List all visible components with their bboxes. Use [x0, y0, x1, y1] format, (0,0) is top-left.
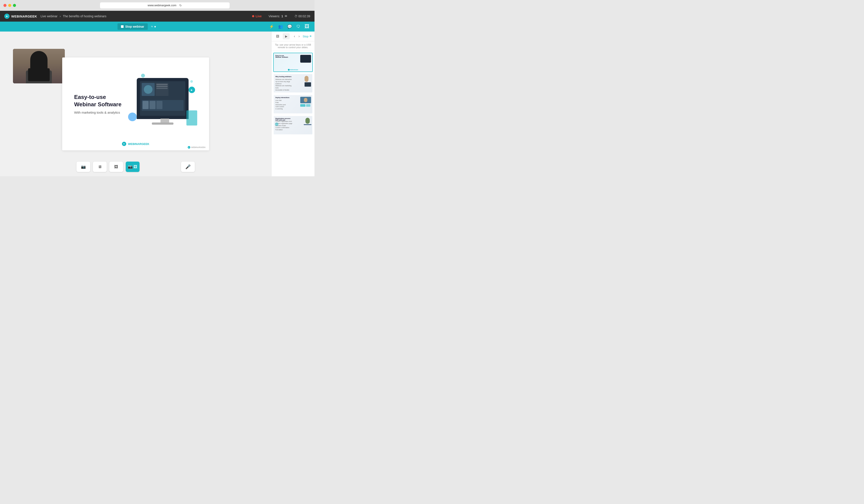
people-icon[interactable]: 👥 — [278, 24, 283, 29]
reload-icon[interactable]: ↻ — [179, 4, 182, 7]
address-bar[interactable]: www.webinargeek.com ↻ — [100, 2, 230, 9]
slide-thumb-img-3: Deploy interactions Live chatPollsIntera… — [274, 95, 312, 113]
mini-person-icon — [304, 76, 309, 82]
thumb-3-label: Deploy interactions — [275, 97, 289, 98]
slides-list: Easy-to-useWebinar Software WEBINARGEEK … — [272, 51, 314, 176]
flash-icon[interactable]: ⚡ — [269, 24, 274, 29]
top-nav: WEBINARGEEK Live webinar › The benefits … — [0, 11, 314, 22]
stop-webinar-button[interactable]: Stop webinar — [118, 23, 148, 30]
camera-2-icon: 📷 — [128, 164, 133, 169]
slide-thumb-3[interactable]: Deploy interactions Live chatPollsIntera… — [273, 95, 313, 114]
slide-thumb-2[interactable]: Why hosting webinars Webinars are intera… — [273, 74, 313, 93]
message-icon[interactable]: 🗨 — [296, 24, 300, 29]
live-text: Live — [255, 14, 262, 18]
thumb-4-deco — [275, 122, 278, 126]
thumb-1-label: Easy-to-useWebinar Software — [275, 55, 288, 58]
app-container: WEBINARGEEK Live webinar › The benefits … — [0, 11, 314, 176]
panel-prev-button[interactable]: ‹ — [293, 34, 296, 39]
thumb-2-label: Why hosting webinars — [275, 76, 291, 77]
live-badge: Live — [252, 14, 262, 18]
thumb-3-item1 — [300, 104, 305, 107]
thumb-3-items — [300, 104, 311, 107]
panel-tab-youtube[interactable]: ▶ — [283, 33, 290, 39]
camera-image-button[interactable]: 📷 🖼 — [126, 161, 140, 172]
logo-text: WEBINARGEEK — [11, 14, 37, 18]
monitor-base — [152, 122, 173, 125]
maximize-button[interactable] — [13, 4, 16, 7]
screen-icon: 🖥 — [98, 165, 102, 169]
mic-button[interactable]: 🎤 — [181, 161, 195, 172]
eye-icon: 👁 — [309, 35, 312, 38]
slide-secondary-logo: ▶ WEBINARGEEK — [188, 146, 206, 149]
deco-circle-3 — [128, 112, 137, 121]
breadcrumb-item1[interactable]: Live webinar — [40, 14, 58, 18]
viewers-number: 1 — [281, 14, 283, 18]
traffic-lights — [3, 4, 16, 7]
clock-icon: ⏱ — [295, 14, 298, 18]
toolbar-right-icons: ⚡ 👥 💬 🗨 — [269, 24, 300, 29]
viewers-count: Viewers: 1 👁 — [268, 14, 287, 18]
thumb-2-sublabel: Webinars are interactiveUp to know very … — [275, 79, 293, 91]
thumb-2-visual — [304, 76, 311, 87]
image-button[interactable]: 🖼 — [109, 161, 123, 172]
image-2-icon: 🖼 — [133, 165, 137, 169]
screen-share-button[interactable]: 🖥 — [93, 161, 107, 172]
slide-logo-icon: ▶ — [122, 142, 127, 146]
thumb-4-visual — [304, 118, 311, 133]
wifi-area[interactable]: ≈ ▾ — [151, 25, 156, 29]
wifi-dropdown-icon: ▾ — [154, 25, 156, 29]
slide-thumb-1[interactable]: Easy-to-useWebinar Software WEBINARGEEK — [273, 53, 313, 72]
thumb-3-item2 — [306, 104, 310, 107]
deco-circle-1 — [141, 74, 145, 77]
monitor-stand — [160, 119, 169, 123]
url-text: www.webinargeek.com — [148, 4, 177, 7]
main-area: Easy-to-use Webinar Software With market… — [0, 32, 314, 176]
play-icon: ▶ — [189, 87, 195, 93]
panel-nav: ‹ › — [293, 34, 301, 39]
slide-secondary-logo-icon: ▶ — [188, 146, 190, 149]
slide-logo-text: WEBINARGEEK — [128, 142, 149, 146]
slide-area: Easy-to-use Webinar Software With market… — [0, 32, 271, 176]
bottom-controls: 📷 🖥 🖼 📷 🖼 🎤 — [76, 161, 195, 172]
chat-icon[interactable]: 💬 — [287, 24, 292, 29]
panel-next-button[interactable]: › — [297, 34, 301, 39]
thumb-4-deco-circle — [275, 122, 278, 126]
camera-icon: 📷 — [81, 164, 86, 169]
image-panel-icon[interactable]: 🖼 — [304, 24, 309, 29]
mini-monitor-icon — [300, 55, 311, 63]
slide-thumb-img-2: Why hosting webinars Webinars are intera… — [274, 74, 312, 93]
close-button[interactable] — [3, 4, 7, 7]
thumb-1-visual — [300, 55, 311, 63]
panel-toolbar: 🖼 ▶ ‹ › Stop 👁 — [272, 32, 314, 41]
stop-webinar-label: Stop webinar — [125, 25, 144, 28]
thumb-1-logo: WEBINARGEEK — [288, 69, 298, 71]
thumb-logo-text: WEBINARGEEK — [290, 69, 298, 70]
breadcrumb-item2: The benefits of hosting webinars — [63, 14, 107, 18]
slide-brand-logo: ▶ WEBINARGEEK — [122, 142, 149, 146]
panel-image-icon: 🖼 — [276, 35, 279, 38]
thumb-3-sublabel: Live chatPollsInteraction poolCall to ac… — [275, 99, 286, 110]
slide-text: Easy-to-use Webinar Software With market… — [74, 94, 121, 115]
thumb-3-visual — [300, 97, 311, 107]
panel-tab-image[interactable]: 🖼 — [274, 33, 281, 39]
slide-presentation: Easy-to-use Webinar Software With market… — [62, 58, 209, 151]
minimize-button[interactable] — [8, 4, 11, 7]
slide-subtitle: With marketing tools & analytics — [74, 111, 121, 114]
logo: WEBINARGEEK — [4, 14, 37, 19]
mic-icon: 🎤 — [185, 164, 191, 169]
mini-laptop-icon — [304, 82, 311, 87]
logo-icon — [4, 14, 10, 19]
slide-title: Easy-to-use Webinar Software — [74, 94, 121, 108]
panel-stop-link[interactable]: Stop 👁 — [303, 35, 312, 38]
tip-text: Tip: use your arrow keys or a USB remote… — [272, 41, 314, 51]
deco-box — [187, 110, 197, 125]
monitor-illustration — [137, 78, 189, 119]
thumb-4-desk — [304, 124, 311, 125]
breadcrumb-separator-icon: › — [60, 14, 61, 18]
image-icon: 🖼 — [114, 165, 118, 169]
camera-button[interactable]: 📷 — [76, 161, 90, 172]
slide-thumb-4[interactable]: Registration processthat suits you Custo… — [273, 116, 313, 135]
slide-thumb-img-1: Easy-to-useWebinar Software WEBINARGEEK — [274, 53, 312, 72]
panel-stop-label: Stop — [303, 35, 309, 38]
viewers-icon: 👁 — [285, 14, 288, 18]
